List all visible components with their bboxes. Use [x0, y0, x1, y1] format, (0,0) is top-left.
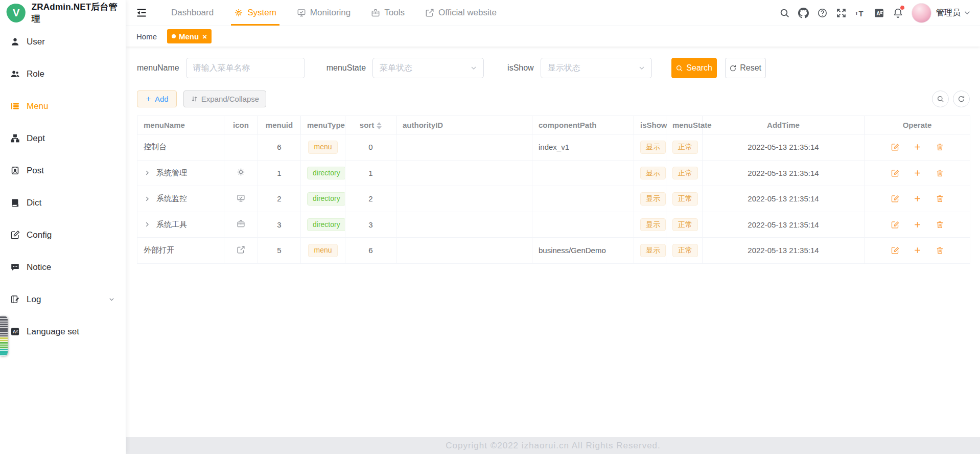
sidebar-item-label: User — [27, 37, 45, 47]
menu-state-select[interactable]: 菜单状态 — [372, 58, 484, 78]
cell-icon — [224, 134, 258, 161]
sidebar-item-log[interactable]: Log — [0, 283, 126, 315]
sidebar-item-label: Post — [27, 166, 44, 176]
sidebar-item-label: Dict — [27, 198, 41, 208]
language-icon-button[interactable]: A — [870, 0, 889, 26]
menu-name-input[interactable] — [186, 58, 305, 78]
tab-home[interactable]: Home — [136, 29, 157, 43]
edit-row-button[interactable] — [891, 220, 899, 229]
sidebar-item-language-set[interactable]: ALanguage set — [0, 315, 126, 348]
sort-caret-icon[interactable] — [377, 122, 382, 129]
column-header-label: isShow — [640, 121, 667, 129]
add-time: 2022-05-13 21:35:14 — [748, 169, 819, 177]
top-nav-menu: DashboardSystemMonitoringToolsOfficial w… — [161, 0, 507, 26]
sidebar-item-post[interactable]: Post — [0, 154, 126, 187]
sidebar-item-label: Menu — [27, 101, 49, 111]
sidebar-item-label: Notice — [27, 262, 51, 273]
menu-state-tag: 正常 — [672, 218, 698, 232]
avatar[interactable] — [912, 3, 931, 23]
add-child-button[interactable] — [913, 246, 922, 255]
collapse-sidebar-icon[interactable] — [135, 7, 148, 19]
add-child-button[interactable] — [913, 194, 922, 203]
delete-row-button[interactable] — [936, 143, 944, 151]
is-show-select[interactable]: 显示状态 — [541, 58, 652, 78]
menu-id: 1 — [277, 169, 281, 177]
sidebar-item-dict[interactable]: Dict — [0, 187, 126, 219]
table-row: 系统监控2directory2显示正常2022-05-13 21:35:14 — [137, 186, 970, 212]
menu-id: 3 — [277, 220, 281, 229]
refresh-table-button[interactable] — [953, 90, 970, 107]
github-icon-button[interactable] — [794, 0, 813, 26]
add-button[interactable]: Add — [137, 90, 177, 107]
font-size-icon-button[interactable]: TT — [851, 0, 870, 26]
reset-button[interactable]: Reset — [725, 58, 766, 78]
cell-AddTime: 2022-05-13 21:35:14 — [703, 160, 865, 186]
menu-id: 5 — [277, 246, 281, 255]
delete-row-button[interactable] — [936, 246, 944, 255]
is-show-tag: 显示 — [640, 167, 666, 180]
edit-row-button[interactable] — [891, 143, 899, 151]
notification-bell-icon-button[interactable] — [889, 0, 907, 26]
delete-row-button[interactable] — [936, 169, 944, 177]
column-header-isShow: isShow — [634, 116, 666, 134]
nav-item-tools[interactable]: Tools — [361, 0, 415, 26]
post-badge-icon — [10, 166, 20, 175]
component-path: business/GenDemo — [539, 246, 606, 255]
menu-name: 系统监控 — [156, 194, 187, 203]
role-users-icon — [10, 69, 20, 79]
expand-row-icon[interactable] — [144, 221, 151, 228]
search-icon-button[interactable] — [775, 0, 794, 26]
sidebar-item-label: Dept — [27, 133, 45, 144]
sidebar-item-label: Role — [27, 69, 44, 79]
cell-isShow: 显示 — [634, 160, 666, 186]
sidebar-item-menu[interactable]: Menu — [0, 90, 126, 122]
edit-row-button[interactable] — [891, 246, 899, 255]
help-icon-button[interactable] — [813, 0, 832, 26]
app-logo[interactable]: V ZRAdmin.NET后台管理 — [0, 0, 126, 26]
nav-item-dashboard[interactable]: Dashboard — [161, 0, 224, 26]
cell-isShow: 显示 — [634, 238, 666, 264]
expand-row-icon[interactable] — [144, 195, 151, 202]
add-child-button[interactable] — [913, 169, 922, 177]
app-root: V ZRAdmin.NET后台管理 UserRoleMenuDeptPostDi… — [0, 0, 980, 454]
menu-id: 6 — [277, 143, 281, 151]
cell-Operate — [865, 160, 970, 186]
menu-name: 外部打开 — [144, 245, 174, 255]
column-header-menuType: menuType — [301, 116, 345, 134]
chevron-down-icon — [108, 296, 115, 303]
cell-menuState: 正常 — [666, 134, 703, 161]
minimized-widget-handle[interactable] — [0, 316, 8, 356]
cell-sort: 6 — [345, 238, 396, 264]
search-button[interactable]: Search — [671, 58, 717, 78]
reset-button-label: Reset — [740, 63, 761, 73]
cell-menuid: 3 — [258, 212, 301, 238]
column-header-menuName: menuName — [137, 116, 224, 134]
nav-item-monitoring[interactable]: Monitoring — [287, 0, 361, 26]
expand-collapse-button[interactable]: Expand/Collapse — [183, 90, 266, 107]
column-header-sort[interactable]: sort — [345, 116, 396, 134]
menu-type-tag: directory — [307, 218, 345, 232]
tab-menu[interactable]: Menu× — [167, 29, 212, 43]
sidebar-item-notice[interactable]: Notice — [0, 251, 126, 283]
cell-menuid: 6 — [258, 134, 301, 161]
nav-item-system[interactable]: System — [224, 0, 287, 26]
external-link-icon — [425, 8, 434, 17]
sidebar-item-dept[interactable]: Dept — [0, 122, 126, 154]
chevron-down-icon[interactable] — [963, 8, 972, 17]
add-child-button[interactable] — [913, 220, 922, 229]
edit-row-button[interactable] — [891, 169, 899, 177]
sidebar-item-user[interactable]: User — [0, 26, 126, 58]
toggle-search-button[interactable] — [932, 90, 949, 107]
edit-row-button[interactable] — [891, 194, 899, 203]
add-child-button[interactable] — [913, 143, 922, 151]
delete-row-button[interactable] — [936, 194, 944, 203]
close-tab-icon[interactable]: × — [202, 33, 207, 40]
fullscreen-icon-button[interactable] — [832, 0, 851, 26]
delete-row-button[interactable] — [936, 220, 944, 229]
nav-item-official-website[interactable]: Official website — [415, 0, 507, 26]
sidebar-item-role[interactable]: Role — [0, 58, 126, 90]
expand-row-icon[interactable] — [144, 169, 151, 176]
sidebar-item-config[interactable]: Config — [0, 219, 126, 251]
is-show-tag: 显示 — [640, 244, 666, 257]
delete-icon — [936, 169, 944, 177]
